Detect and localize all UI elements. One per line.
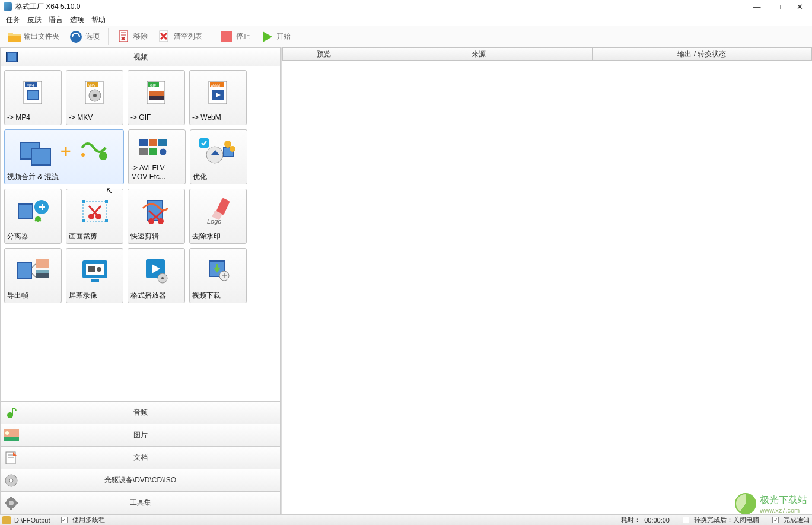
- clear-list-icon: [157, 30, 171, 44]
- remove-button[interactable]: 移除: [113, 28, 151, 46]
- maximize-button[interactable]: □: [772, 2, 785, 11]
- tile-mkv[interactable]: MKV -> MKV: [66, 70, 123, 125]
- svg-rect-13: [17, 52, 18, 62]
- svg-point-82: [161, 277, 164, 279]
- svg-point-50: [224, 141, 231, 148]
- close-button[interactable]: ✕: [793, 2, 806, 11]
- svg-rect-40: [139, 139, 148, 146]
- clear-list-button[interactable]: 清空列表: [154, 28, 206, 46]
- options-label: 选项: [85, 31, 100, 42]
- section-rom[interactable]: 光驱设备\DVD\CD\ISO: [0, 469, 281, 492]
- avi-etc-icon: [131, 133, 183, 163]
- tile-quick-cut[interactable]: 快速剪辑: [128, 189, 185, 244]
- svg-rect-72: [36, 259, 49, 268]
- checkbox-shutdown[interactable]: [683, 517, 689, 523]
- status-notify-label: 完成通知: [784, 516, 810, 524]
- clear-list-label: 清空列表: [174, 31, 202, 42]
- start-button[interactable]: 开始: [256, 28, 294, 46]
- tile-mp4[interactable]: MP4 -> MP4: [4, 70, 62, 125]
- tile-gif[interactable]: GIF -> GIF: [128, 70, 185, 125]
- tile-screen-record[interactable]: 屏幕录像: [66, 248, 123, 303]
- remove-icon: [117, 30, 131, 44]
- output-folder-label: 输出文件夹: [24, 31, 59, 42]
- section-rom-label: 光驱设备\DVD\CD\ISO: [104, 475, 176, 485]
- menu-help[interactable]: 帮助: [91, 15, 106, 25]
- tile-download-label: 视频下载: [192, 290, 244, 300]
- stop-icon: [219, 30, 234, 44]
- menu-task[interactable]: 任务: [6, 15, 20, 25]
- tile-remove-watermark[interactable]: Logo 去除水印: [189, 189, 247, 244]
- svg-rect-11: [8, 53, 16, 61]
- tile-video-download[interactable]: 视频下载: [189, 248, 247, 303]
- svg-rect-74: [36, 273, 49, 278]
- section-audio-label: 音频: [133, 408, 148, 418]
- status-after-label: 转换完成后：关闭电脑: [694, 516, 759, 524]
- section-document[interactable]: 文档: [0, 447, 281, 469]
- tile-screen-record-label: 屏幕录像: [69, 290, 120, 300]
- options-button[interactable]: 选项: [65, 28, 103, 46]
- tile-splitter-label: 分离器: [7, 231, 59, 241]
- col-preview[interactable]: 预览: [282, 47, 365, 61]
- download-icon: [192, 252, 244, 290]
- play-icon: [260, 30, 274, 44]
- svg-point-94: [9, 479, 13, 482]
- svg-text:MKV: MKV: [88, 84, 95, 87]
- output-folder-button[interactable]: 输出文件夹: [4, 28, 63, 46]
- stop-label: 停止: [236, 31, 250, 42]
- tile-export-frame[interactable]: 导出帧: [4, 248, 62, 303]
- svg-rect-59: [82, 219, 85, 222]
- eraser-icon: Logo: [192, 193, 244, 231]
- svg-rect-97: [10, 497, 12, 499]
- tile-format-player[interactable]: 格式播放器: [128, 248, 185, 303]
- tile-splitter[interactable]: 分离器: [4, 189, 62, 244]
- gif-icon: GIF: [130, 74, 182, 112]
- webm-icon: WebM: [192, 74, 244, 112]
- svg-text:+: +: [60, 141, 71, 161]
- tile-remove-watermark-label: 去除水印: [192, 231, 244, 241]
- status-elapsed-label: 耗时：: [621, 516, 641, 524]
- checkbox-notify[interactable]: [772, 517, 779, 523]
- menu-skin[interactable]: 皮肤: [27, 15, 42, 25]
- minimize-button[interactable]: —: [750, 2, 763, 11]
- section-image-label: 图片: [133, 430, 148, 440]
- tile-crop-label: 画面裁剪: [69, 231, 120, 241]
- svg-rect-98: [10, 507, 12, 510]
- svg-rect-43: [139, 148, 148, 155]
- rom-section-icon: [3, 472, 20, 489]
- tile-avi-etc[interactable]: -> AVI FLV MOV Etc...: [128, 129, 186, 184]
- menu-options[interactable]: 选项: [70, 15, 84, 25]
- video-tiles-grid: MP4 -> MP4 MKV -> MKV GIF -> GIF WebM: [0, 66, 281, 402]
- options-icon: [69, 30, 83, 44]
- col-source[interactable]: 来源: [365, 47, 593, 61]
- svg-rect-79: [91, 279, 99, 282]
- tile-webm[interactable]: WebM -> WebM: [189, 70, 247, 125]
- tile-optimize[interactable]: 优化: [190, 129, 247, 184]
- svg-rect-60: [105, 219, 108, 222]
- svg-rect-46: [199, 138, 209, 148]
- status-output-path[interactable]: D:\FFOutput: [14, 517, 50, 524]
- stop-button[interactable]: 停止: [216, 28, 254, 46]
- tile-avi-etc-label: -> AVI FLV MOV Etc...: [131, 163, 183, 182]
- col-output[interactable]: 输出 / 转换状态: [593, 47, 812, 61]
- svg-rect-9: [221, 31, 232, 42]
- checkbox-multithread[interactable]: [61, 517, 68, 523]
- svg-rect-36: [32, 149, 50, 164]
- task-list-body[interactable]: [282, 61, 812, 514]
- tile-gif-label: -> GIF: [130, 112, 182, 122]
- mkv-icon: MKV: [69, 74, 120, 112]
- start-label: 开始: [276, 31, 291, 42]
- svg-text:GIF: GIF: [150, 84, 156, 87]
- svg-point-39: [81, 153, 85, 157]
- section-video[interactable]: 视频: [0, 47, 281, 66]
- tile-crop[interactable]: 画面裁剪: [66, 189, 123, 244]
- tile-mkv-label: -> MKV: [69, 112, 120, 122]
- svg-rect-58: [105, 200, 108, 203]
- task-list-header: 预览 来源 输出 / 转换状态: [282, 47, 812, 61]
- section-audio[interactable]: 音频: [0, 402, 281, 424]
- section-tools[interactable]: 工具集: [0, 492, 281, 514]
- window-title: 格式工厂 X64 5.10.0: [15, 2, 80, 12]
- menu-language[interactable]: 语言: [49, 15, 63, 25]
- section-image[interactable]: 图片: [0, 424, 281, 447]
- tile-video-merge[interactable]: + 视频合并 & 混流: [4, 129, 124, 184]
- svg-rect-71: [18, 263, 31, 278]
